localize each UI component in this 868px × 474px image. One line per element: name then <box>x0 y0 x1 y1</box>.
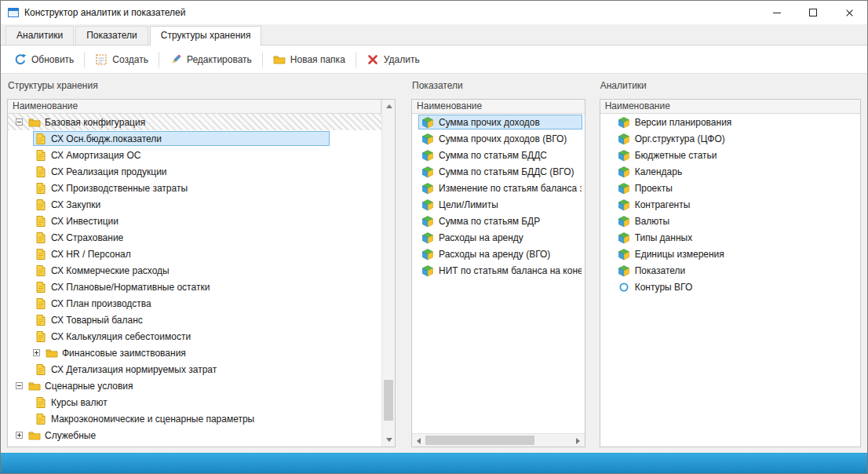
scroll-left-arrow[interactable] <box>412 434 425 447</box>
minimize-button[interactable] <box>759 1 795 24</box>
list-item[interactable]: Изменение по статьям баланса за п <box>412 180 585 196</box>
list-item-body: Расходы на аренду <box>418 230 582 245</box>
list-item-body: Цели/Лимиты <box>418 197 582 212</box>
list-item[interactable]: Бюджетные статьи <box>600 147 860 163</box>
status-bar <box>1 453 867 473</box>
list-item[interactable]: Сумма по статьям БДДС <box>412 147 585 163</box>
tree-row[interactable]: Курсы валют <box>8 394 381 410</box>
list-item[interactable]: Типы данных <box>600 229 860 246</box>
indicators-column: Показатели Наименование Сумма прочих дох… <box>411 78 585 447</box>
tree-item-label: СХ Коммерческие расходы <box>51 265 170 276</box>
doc-icon <box>35 413 47 425</box>
list-item-body: Контуры ВГО <box>615 279 858 294</box>
tree-row[interactable]: СХ Калькуляция себестоимости <box>8 328 381 345</box>
tree-row[interactable]: Сценарные условия <box>8 377 381 394</box>
expander-plus-icon[interactable] <box>16 432 23 439</box>
indicators-column-header[interactable]: Наименование <box>412 100 585 114</box>
doc-icon <box>35 248 47 261</box>
list-item[interactable]: Сумма прочих доходов (ВГО) <box>412 130 585 147</box>
tree-row[interactable]: Служебные <box>8 427 381 443</box>
scroll-thumb[interactable] <box>384 380 393 421</box>
close-button[interactable] <box>831 1 867 24</box>
scroll-track[interactable] <box>425 434 571 447</box>
refresh-button-label: Обновить <box>31 54 74 65</box>
tree-row[interactable]: СХ Товарный баланс <box>8 312 381 328</box>
create-icon <box>95 53 108 66</box>
expander-minus-icon[interactable] <box>16 118 23 126</box>
tree-row[interactable]: Финансовые заимствования <box>8 345 381 361</box>
list-item-body: Орг.структура (ЦФО) <box>615 131 858 146</box>
list-item[interactable]: Показатели <box>600 262 860 279</box>
list-item[interactable]: Контрагенты <box>600 196 860 213</box>
refresh-button[interactable]: Обновить <box>7 50 81 69</box>
close-icon <box>845 9 854 17</box>
list-item[interactable]: НИТ по статьям баланса на конец п <box>412 262 585 279</box>
scroll-right-arrow[interactable] <box>571 434 585 447</box>
indicators-horizontal-scrollbar[interactable] <box>412 433 585 447</box>
tree-row[interactable]: СХ Реализация продукции <box>8 163 381 180</box>
storage-column: Структуры хранения Наименование Базовая … <box>7 78 396 447</box>
tab-indicators[interactable]: Показатели <box>75 26 148 45</box>
cube-icon <box>421 215 434 228</box>
doc-icon <box>35 232 47 244</box>
list-item-body: Валюты <box>615 213 858 228</box>
list-item-body: Сумма прочих доходов (ВГО) <box>418 131 582 146</box>
delete-button-label: Удалить <box>384 54 420 65</box>
list-item[interactable]: Единицы измерения <box>600 246 860 262</box>
window-title: Конструктор аналитик и показателей <box>24 7 185 18</box>
tree-row[interactable]: СХ Детализация нормируемых затрат <box>8 361 381 377</box>
list-item[interactable]: Сумма по статьям БДР <box>412 213 585 229</box>
list-item[interactable]: Расходы на аренду (ВГО) <box>412 246 585 262</box>
tree-row[interactable]: СХ Инвестиции <box>8 213 381 229</box>
delete-button[interactable]: Удалить <box>359 50 427 69</box>
list-item[interactable]: Версии планирования <box>600 114 860 130</box>
edit-button[interactable]: Редактировать <box>162 50 259 69</box>
doc-icon <box>35 297 47 310</box>
tree-row[interactable]: СХ Осн.бюдж.показатели <box>8 130 381 147</box>
cube-icon <box>421 133 434 145</box>
scroll-up-arrow[interactable] <box>382 100 396 113</box>
list-item[interactable]: Расходы на аренду <box>412 229 585 246</box>
tree-row[interactable]: СХ Страхование <box>8 229 381 246</box>
tree-row[interactable]: СХ Плановые/Нормативные остатки <box>8 279 381 295</box>
list-item[interactable]: Календарь <box>600 163 860 180</box>
tree-row[interactable]: СХ Коммерческие расходы <box>8 262 381 279</box>
indicators-caption: Показатели <box>412 80 585 94</box>
tree-item-label: Курсы валют <box>51 397 108 408</box>
tree-row[interactable]: Базовая конфигурация <box>8 114 381 130</box>
storage-vertical-scrollbar[interactable] <box>381 100 395 447</box>
tree-row[interactable]: СХ Производственные затраты <box>8 180 381 196</box>
list-item[interactable]: Сумма прочих доходов <box>412 114 585 130</box>
tab-storage-structures[interactable]: Структуры хранения <box>150 26 262 46</box>
tree-row[interactable]: СХ План производства <box>8 295 381 312</box>
scroll-track[interactable] <box>382 113 395 433</box>
storage-column-header[interactable]: Наименование <box>8 100 381 114</box>
create-button-label: Создать <box>112 54 148 65</box>
tree-item: СХ HR / Персонал <box>33 246 135 261</box>
doc-icon <box>35 264 47 277</box>
analytics-column-header[interactable]: Наименование <box>600 100 860 114</box>
list-item-label: НИТ по статьям баланса на конец п <box>439 265 582 276</box>
scroll-down-arrow[interactable] <box>382 433 396 447</box>
cube-icon <box>421 182 434 195</box>
expander-plus-icon[interactable] <box>33 349 40 356</box>
list-item[interactable]: Сумма по статьям БДДС (ВГО) <box>412 163 585 180</box>
tree-row[interactable]: СХ Закупки <box>8 196 381 213</box>
tree-row[interactable]: Макроэкономические и сценарные параметры <box>8 410 381 427</box>
list-item[interactable]: Орг.структура (ЦФО) <box>600 130 860 147</box>
list-item[interactable]: Цели/Лимиты <box>412 196 585 213</box>
tab-analytics[interactable]: Аналитики <box>5 26 74 45</box>
maximize-button[interactable] <box>795 1 831 24</box>
tree-row[interactable]: СХ HR / Персонал <box>8 246 381 262</box>
new-folder-button[interactable]: Новая папка <box>266 50 352 69</box>
scroll-thumb[interactable] <box>425 436 534 445</box>
list-item[interactable]: Проекты <box>600 180 860 196</box>
tree-item: СХ Плановые/Нормативные остатки <box>33 279 213 294</box>
expander-minus-icon[interactable] <box>16 382 23 389</box>
list-item[interactable]: Контуры ВГО <box>600 279 860 295</box>
tree-row[interactable]: СХ Амортизация ОС <box>8 147 381 163</box>
tree-item-label: СХ Производственные затраты <box>51 183 188 194</box>
create-button[interactable]: Создать <box>88 50 155 69</box>
list-item[interactable]: Валюты <box>600 213 860 229</box>
list-item-body: Единицы измерения <box>615 246 858 261</box>
